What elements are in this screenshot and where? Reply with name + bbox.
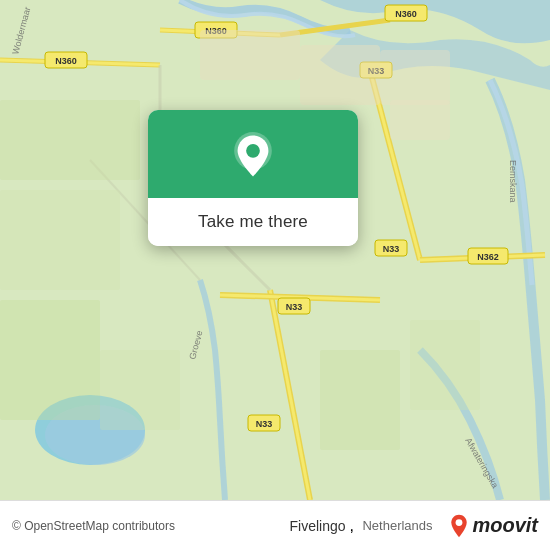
svg-rect-39	[0, 100, 140, 180]
footer-right: Fivelingo , Netherlands moovit	[290, 514, 538, 538]
svg-rect-40	[0, 190, 120, 290]
svg-text:N362: N362	[477, 252, 499, 262]
svg-point-50	[246, 144, 260, 158]
svg-text:Eemskana: Eemskana	[508, 160, 518, 203]
map: N360 N360 N360 N33 N33 N33 N33 N36	[0, 0, 550, 500]
moovit-pin-icon	[449, 514, 469, 538]
svg-rect-38	[200, 30, 300, 80]
moovit-logo: moovit	[449, 514, 538, 538]
svg-point-51	[456, 519, 463, 526]
svg-rect-36	[380, 50, 450, 105]
moovit-text: moovit	[472, 514, 538, 537]
svg-rect-35	[300, 45, 380, 105]
svg-rect-42	[100, 350, 180, 430]
svg-text:N33: N33	[286, 302, 303, 312]
take-me-there-button[interactable]: Take me there	[148, 198, 358, 246]
location-pin-icon	[229, 132, 277, 180]
svg-rect-37	[390, 100, 450, 140]
svg-text:N33: N33	[256, 419, 273, 429]
svg-text:N360: N360	[55, 56, 77, 66]
svg-text:N360: N360	[395, 9, 417, 19]
svg-text:N33: N33	[383, 244, 400, 254]
svg-rect-43	[320, 350, 400, 450]
svg-rect-44	[410, 320, 480, 410]
svg-rect-41	[0, 300, 100, 420]
map-attribution: © OpenStreetMap contributors	[12, 519, 175, 533]
location-name: Fivelingo	[290, 518, 346, 534]
footer-bar: © OpenStreetMap contributors Fivelingo ,…	[0, 500, 550, 550]
popup-card: Take me there	[148, 110, 358, 246]
popup-header	[148, 110, 358, 198]
country-name: Netherlands	[362, 518, 432, 533]
